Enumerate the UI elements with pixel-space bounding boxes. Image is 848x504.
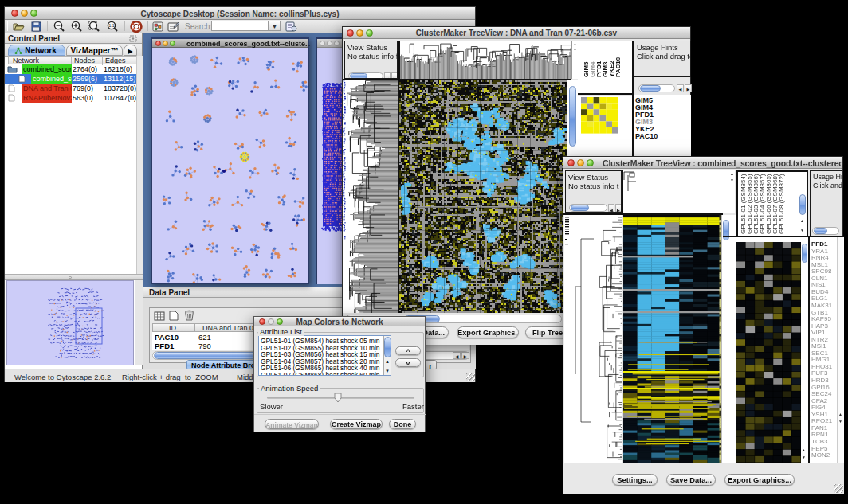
svg-text:1:1: 1:1 bbox=[109, 23, 115, 28]
